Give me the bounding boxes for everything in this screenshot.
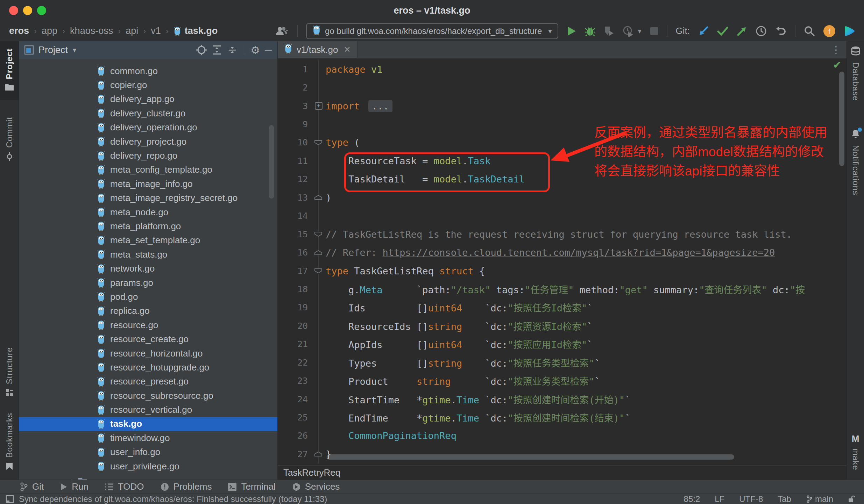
breadcrumb-item-api[interactable]: api <box>126 26 138 36</box>
project-file-delivery-repo-go[interactable]: delivery_repo.go <box>19 149 277 163</box>
project-file-delivery-project-go[interactable]: delivery_project.go <box>19 135 277 149</box>
profiler-button[interactable] <box>623 26 634 37</box>
project-file-replica-go[interactable]: replica.go <box>19 304 277 318</box>
project-file-resource-hotupgrade-go[interactable]: resource_hotupgrade.go <box>19 360 277 374</box>
project-file-meta-platform-go[interactable]: meta_platform.go <box>19 219 277 233</box>
tab-v1-task-go[interactable]: v1/task.go ✕ <box>278 41 357 58</box>
git-update-button[interactable] <box>698 26 709 36</box>
layout-icon[interactable] <box>6 495 14 503</box>
project-file-meta-config-template-go[interactable]: meta_config_template.go <box>19 163 277 177</box>
sidebar-item-project[interactable]: Project <box>0 41 19 100</box>
status-file-encoding[interactable]: UTF-8 <box>739 494 763 504</box>
project-file-delivery-cluster-go[interactable]: delivery_cluster.go <box>19 106 277 120</box>
project-file-user-privilege-go[interactable]: user_privilege.go <box>19 459 277 473</box>
project-file-task-go[interactable]: task.go <box>19 417 277 431</box>
project-file-resource-subresource-go[interactable]: resource_subresource.go <box>19 389 277 403</box>
sidebar-item-make[interactable]: M make <box>847 426 864 480</box>
project-file-resource-horizontal-go[interactable]: resource_horizontal.go <box>19 346 277 360</box>
status-git-branch[interactable]: main <box>806 494 833 504</box>
folded-region[interactable]: ... <box>368 100 392 112</box>
project-folder-partial[interactable]: › <box>19 473 277 480</box>
project-file-delivery-operation-go[interactable]: delivery_operation.go <box>19 121 277 135</box>
editor-gutter[interactable]: 14 <box>278 207 319 225</box>
editor-gutter[interactable]: 25 <box>278 408 319 426</box>
unlocked-padlock-icon[interactable] <box>848 495 855 503</box>
fold-marker-icon[interactable] <box>314 250 323 255</box>
gear-icon[interactable]: ⚙ <box>250 44 260 56</box>
git-commit-button[interactable] <box>717 26 728 36</box>
fold-marker-icon[interactable]: + <box>315 102 323 110</box>
editor-gutter[interactable]: 11 <box>278 152 319 170</box>
editor-gutter[interactable]: 19 <box>278 298 319 317</box>
project-file-delivery-app-go[interactable]: delivery_app.go <box>19 92 277 106</box>
status-message[interactable]: Sync dependencies of git.woa.com/khaos/e… <box>19 494 327 504</box>
sidebar-item-commit[interactable]: Commit <box>0 110 19 170</box>
toolbox-gradient-icon[interactable] <box>844 25 856 37</box>
fold-marker-icon[interactable] <box>314 451 323 457</box>
user-account-icon[interactable] <box>275 26 289 36</box>
editor-gutter[interactable]: 23 <box>278 372 319 390</box>
tree-scrollbar[interactable] <box>269 125 274 199</box>
toolwindow-button-todo[interactable]: TODO <box>105 481 144 492</box>
project-file-timewindow-go[interactable]: timewindow.go <box>19 431 277 445</box>
project-file-network-go[interactable]: network.go <box>19 261 277 275</box>
project-file-resource-create-go[interactable]: resource_create.go <box>19 332 277 346</box>
toolwindow-button-services[interactable]: Services <box>292 481 340 492</box>
fold-marker-icon[interactable] <box>314 268 323 274</box>
sidebar-item-bookmarks[interactable]: Bookmarks <box>0 406 19 480</box>
chevron-down-icon[interactable]: ▾ <box>73 46 76 54</box>
sidebar-item-notifications[interactable]: Notifications <box>847 122 864 202</box>
editor-gutter[interactable]: 15 <box>278 225 319 243</box>
project-panel-header[interactable]: Project ▾ ⚙ ─ <box>19 41 277 59</box>
expand-all-icon[interactable] <box>212 45 222 55</box>
project-file-user-info-go[interactable]: user_info.go <box>19 445 277 459</box>
editor-gutter[interactable]: 18 <box>278 280 319 298</box>
toolwindow-button-run[interactable]: Run <box>60 481 88 492</box>
editor-gutter[interactable]: 1 <box>278 60 319 78</box>
editor-gutter[interactable]: 9 <box>278 115 319 133</box>
sidebar-item-structure[interactable]: Structure <box>0 340 19 406</box>
editor-gutter[interactable]: 24 <box>278 390 319 408</box>
project-file-pod-go[interactable]: pod.go <box>19 290 277 304</box>
debug-button[interactable] <box>585 26 595 37</box>
fold-marker-icon[interactable] <box>314 195 323 200</box>
project-file-meta-image-info-go[interactable]: meta_image_info.go <box>19 177 277 191</box>
project-file-meta-node-go[interactable]: meta_node.go <box>19 205 277 219</box>
local-history-icon[interactable] <box>756 26 767 37</box>
editor-gutter[interactable]: 3+ <box>278 97 319 115</box>
project-file-resource-vertical-go[interactable]: resource_vertical.go <box>19 403 277 417</box>
editor-gutter[interactable]: 22 <box>278 353 319 372</box>
breadcrumb-item-v1[interactable]: v1 <box>151 26 161 36</box>
editor-gutter[interactable]: 13 <box>278 188 319 207</box>
editor-gutter[interactable]: 27 <box>278 445 319 463</box>
hyperlink[interactable]: https://console.cloud.tencent.com/mysql/… <box>383 247 775 258</box>
status-indent-style[interactable]: Tab <box>778 494 791 504</box>
search-everywhere-icon[interactable] <box>804 26 815 37</box>
project-file-meta-set-template-go[interactable]: meta_set_template.go <box>19 233 277 247</box>
rollback-icon[interactable] <box>775 26 786 36</box>
editor-gutter[interactable]: 10 <box>278 134 319 152</box>
hide-panel-icon[interactable]: ─ <box>265 44 272 56</box>
fold-marker-icon[interactable] <box>314 231 323 237</box>
editor-gutter[interactable]: 26 <box>278 427 319 445</box>
toolwindow-button-problems[interactable]: Problems <box>160 481 212 492</box>
status-line-separator[interactable]: LF <box>715 494 724 504</box>
project-file-meta-stats-go[interactable]: meta_stats.go <box>19 247 277 261</box>
editor-gutter[interactable]: 12 <box>278 170 319 188</box>
sidebar-item-database[interactable]: Database <box>847 41 864 108</box>
breadcrumb-item-task-go[interactable]: task.go <box>185 26 218 36</box>
run-button[interactable] <box>567 26 576 36</box>
editor-gutter[interactable]: 21 <box>278 335 319 353</box>
run-with-coverage-button[interactable] <box>604 26 614 37</box>
editor-gutter[interactable]: 2 <box>278 78 319 96</box>
breadcrumb-item-eros[interactable]: eros <box>9 26 29 36</box>
project-file-resource-preset-go[interactable]: resource_preset.go <box>19 375 277 389</box>
ide-update-badge[interactable]: ↑ <box>823 25 835 37</box>
project-file-params-go[interactable]: params.go <box>19 276 277 290</box>
code-editor[interactable]: ✔ 反面案例，通过类型别名暴露的内部使用的数据结构，内部model数据结构的修改… <box>278 59 847 465</box>
status-caret-position[interactable]: 85:2 <box>684 494 700 504</box>
run-configuration-select[interactable]: go build git.woa.com/khaos/eros/hack/exp… <box>306 23 558 39</box>
editor-gutter[interactable]: 17 <box>278 262 319 280</box>
toolwindow-button-terminal[interactable]: Terminal <box>228 481 275 492</box>
fold-marker-icon[interactable] <box>314 140 323 145</box>
